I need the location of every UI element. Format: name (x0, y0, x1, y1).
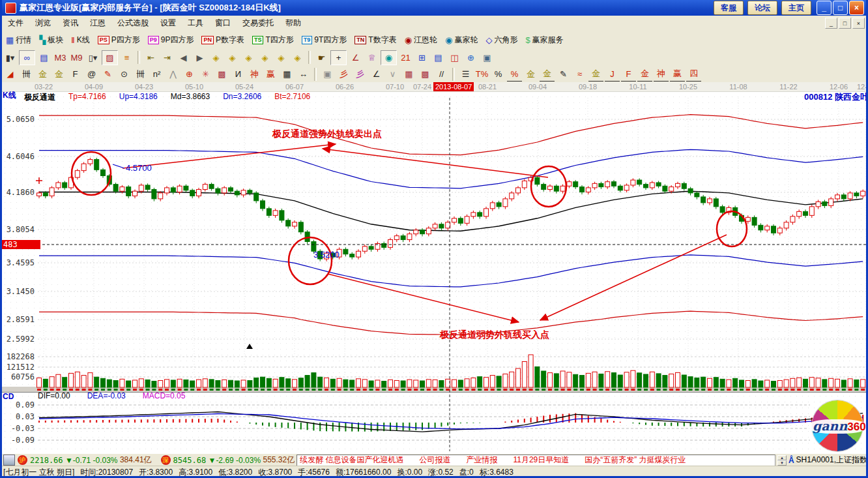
chart-canvas[interactable]: 03-2204-0904-2305-1005-2406-0706-2607-10… (2, 82, 868, 453)
tool-si-angle[interactable]: 四 (686, 67, 701, 82)
menu-item-7[interactable]: 窗口 (209, 16, 237, 30)
tool-v-wave[interactable]: ∨ (385, 67, 400, 81)
homepage-button[interactable]: 主页 (781, 1, 811, 15)
tool-candle-dropdown[interactable]: ▯▾ (85, 51, 100, 65)
tool-j-angle[interactable]: J (605, 67, 620, 82)
tool-web-grid[interactable]: ▩ (214, 67, 229, 81)
tool-gold-angle-2[interactable]: 金 (637, 67, 652, 82)
tool-calculator[interactable]: ⊞ (414, 51, 429, 65)
tool-fractal-n[interactable]: И (231, 67, 246, 81)
toolbar-button-winner-wheel[interactable]: ◉赢家轮 (444, 32, 479, 48)
toolbar-button-kline[interactable]: ‖K线 (70, 32, 91, 48)
toolbar-button-p-square[interactable]: PSP四方形 (96, 32, 141, 48)
tool-hand-tool[interactable]: ☛ (314, 51, 329, 65)
toolbar-button-9t-square[interactable]: T99T四方形 (300, 32, 349, 48)
tool-diamond-right[interactable]: ◈ (225, 51, 240, 65)
tool-diamond-expand-all[interactable]: ◈ (274, 51, 289, 65)
tool-gold-grid-2[interactable]: 金 (51, 67, 66, 81)
tool-gold-grid-1[interactable]: 金 (35, 67, 50, 81)
menu-item-2[interactable]: 资讯 (57, 16, 84, 30)
tool-angle-up[interactable]: ∠ (369, 67, 384, 81)
tool-crosshair-tool[interactable]: + (330, 50, 347, 65)
tool-slant-lines[interactable]: // (434, 67, 449, 81)
tool-calendar[interactable]: 21 (398, 51, 413, 65)
tool-pct-box[interactable]: T% (474, 67, 489, 81)
scroll-down-button[interactable]: ▼ (777, 460, 787, 466)
tool-bars-3[interactable]: M3 (53, 51, 68, 65)
minimize-button[interactable]: _ (817, 1, 832, 15)
menu-item-0[interactable]: 文件 (2, 16, 29, 30)
restore-button[interactable]: □ (833, 1, 848, 15)
tool-candle-style-dropdown[interactable]: ▮▾ (3, 51, 18, 65)
tool-prev-page[interactable]: ◀ (176, 51, 191, 65)
tool-wave-tool[interactable]: ≈ (572, 67, 587, 81)
tool-next-page[interactable]: ▶ (192, 51, 207, 65)
tool-network[interactable]: ⊕ (463, 51, 478, 65)
menu-item-5[interactable]: 设置 (154, 16, 182, 30)
menu-item-4[interactable]: 公式选股 (111, 16, 154, 30)
close-button[interactable]: × (849, 1, 864, 15)
tool-percent-line[interactable]: % (507, 67, 522, 82)
toolbar-button-t-square[interactable]: TST四方形 (251, 32, 295, 48)
toolbar-button-winner-service[interactable]: $赢家服务 (524, 32, 564, 48)
tool-diamond-h-expand[interactable]: ◈ (241, 51, 256, 65)
quote-board-icon[interactable] (3, 455, 15, 466)
menu-item-3[interactable]: 江恩 (84, 16, 111, 30)
tool-diamond-grid[interactable]: ◈ (290, 51, 305, 65)
mdi-minimize-button[interactable]: _ (825, 18, 837, 29)
scroll-up-button[interactable]: ▲ (777, 455, 787, 460)
tool-shen-angle[interactable]: 神 (654, 67, 669, 82)
tool-box-select[interactable]: ▣ (320, 67, 335, 81)
tool-fibonacci-ruler[interactable]: F (68, 67, 83, 81)
menu-item-1[interactable]: 浏览 (29, 16, 57, 30)
mdi-restore-button[interactable]: □ (839, 18, 851, 29)
tool-fan-lines[interactable]: 彡 (336, 67, 351, 81)
news-ticker[interactable]: 续发酵 信息设备国产化迎机遇 公司报道 产业情报 11月29日早知道 国办“五箭… (297, 455, 775, 466)
menu-item-6[interactable]: 工具 (182, 16, 209, 30)
tool-gann-shape[interactable]: ♕ (364, 51, 379, 65)
tool-bars-9[interactable]: M9 (69, 51, 84, 65)
menu-item-8[interactable]: 交易委托 (237, 16, 280, 30)
tool-f-angle[interactable]: F (621, 67, 636, 82)
tool-pattern-wave[interactable]: ∞ (19, 50, 35, 65)
tool-fan-lines-2[interactable]: 彡 (353, 67, 368, 81)
tool-diamond-left[interactable]: ◈ (209, 51, 224, 65)
tool-target-cross[interactable]: ⊕ (182, 67, 197, 81)
tool-notebook[interactable]: ▤ (431, 51, 446, 65)
tool-last-page[interactable]: ⇥ (160, 51, 175, 65)
tool-measure-pen[interactable]: ✎ (100, 67, 115, 81)
tool-save-disk[interactable]: ◫ (447, 51, 462, 65)
tool-cycle-circle[interactable]: ⊙ (117, 67, 132, 81)
tool-scale-list[interactable]: ☰ (458, 67, 473, 81)
tool-info-note[interactable]: ▤ (36, 51, 51, 65)
tool-brain-tool[interactable]: ◉ (381, 50, 397, 65)
tool-ying-tool[interactable]: 赢 (263, 67, 278, 81)
tool-first-page[interactable]: ⇤ (143, 51, 158, 65)
tool-angle-measure[interactable]: ∠ (348, 51, 363, 65)
toolbar-button-sectors[interactable]: ▚板块 (38, 32, 65, 48)
index-picker-icon[interactable]: Å (788, 456, 794, 465)
forum-button[interactable]: 论坛 (747, 1, 777, 15)
tool-diamond-h-compress[interactable]: ◈ (257, 51, 272, 65)
tool-pattern-red[interactable]: ▨ (102, 50, 118, 65)
tool-gold-lines[interactable]: 金 (540, 67, 555, 82)
mdi-close-button[interactable]: × (852, 18, 865, 29)
tool-shen-tool[interactable]: 神 (247, 67, 262, 81)
tool-tick-ruler[interactable]: 卌 (133, 67, 148, 81)
toolbar-button-9p-square[interactable]: P99P四方形 (147, 32, 195, 48)
tool-percent[interactable]: % (491, 67, 506, 81)
tool-computer[interactable]: ▣ (480, 51, 495, 65)
toolbar-button-quotes[interactable]: ▦行情 (5, 32, 33, 48)
tool-count-ruler[interactable]: ▦ (280, 67, 295, 81)
tool-brush-note[interactable]: ✎ (556, 67, 571, 81)
customer-service-button[interactable]: 客服 (714, 1, 744, 15)
toolbar-button-t-number-table[interactable]: TNT数字表 (353, 32, 398, 48)
tool-spiral[interactable]: @ (84, 67, 99, 81)
tool-gold-circle[interactable]: 金 (523, 67, 538, 81)
tool-volume-profile[interactable]: ≡ (119, 51, 134, 65)
tool-time-ruler[interactable]: 卌 (19, 67, 34, 81)
tool-grid-red-2[interactable]: ▩ (418, 67, 433, 81)
tool-gann-wedge[interactable]: ◢ (3, 67, 18, 81)
tool-mirror-fold[interactable]: ⋀ (166, 67, 181, 81)
tool-star-web[interactable]: ✳ (198, 67, 213, 81)
